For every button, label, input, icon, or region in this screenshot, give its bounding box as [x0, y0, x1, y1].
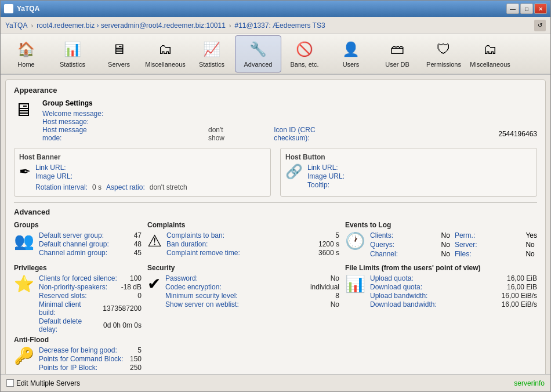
groups-title: Groups	[14, 221, 142, 229]
ban-duration-link[interactable]: Ban duration:	[166, 240, 208, 248]
toolbar-userdb-label: User DB	[385, 61, 409, 68]
banner-link-url[interactable]: Link URL:	[35, 164, 187, 172]
upload-quota-val: 16,00 EiB	[507, 274, 537, 282]
banner-rotation-val: 0 s	[92, 183, 102, 191]
toolbar-statistics1-label: Statistics	[60, 61, 85, 68]
download-quota-link[interactable]: Download quota:	[370, 283, 422, 291]
toolbar-users[interactable]: 👤 Users	[328, 35, 374, 72]
button-link-url[interactable]: Link URL:	[307, 164, 345, 172]
show-weblist-val: No	[331, 300, 339, 308]
app-icon	[4, 4, 13, 13]
button-tooltip[interactable]: Tooltip:	[307, 181, 345, 189]
addr-seg3[interactable]: #11@1337: Æedeemers TS3	[235, 21, 325, 30]
complaints-to-ban-link[interactable]: Complaints to ban:	[166, 231, 224, 239]
file-limits-block: File Limits (from the users' point of vi…	[345, 264, 537, 333]
default-channel-group-link[interactable]: Default channel group:	[39, 240, 109, 248]
host-banner: Host Banner ✒ Link URL: Image URL: Rotat…	[14, 148, 271, 197]
maximize-button[interactable]: □	[520, 3, 533, 14]
file-limits-icon: 📊	[345, 274, 365, 293]
advanced-section: Advanced Groups 👥 Default server group: …	[14, 208, 537, 372]
toolbar-statistics2-label: Statistics	[199, 61, 224, 68]
clients-log-link[interactable]: Clients:	[370, 231, 437, 239]
banner-aspect[interactable]: Aspect ratio:	[106, 183, 145, 191]
misc2-icon: 🗂	[480, 39, 501, 60]
toolbar-bans[interactable]: 🚫 Bans, etc.	[281, 35, 328, 72]
complaints-title: Complaints	[147, 221, 339, 229]
password-link[interactable]: Password:	[165, 274, 198, 282]
points-ip-link[interactable]: Points for IP Block:	[39, 364, 97, 372]
toolbar-advanced[interactable]: 🔧 Advanced	[235, 35, 281, 72]
decrease-val: 5	[137, 346, 142, 354]
close-button[interactable]: ✕	[534, 3, 547, 14]
channel-admin-group-link[interactable]: Channel admin group:	[39, 249, 107, 257]
files-log-link[interactable]: Files:	[455, 250, 521, 258]
host-message-link[interactable]: Host message:	[42, 118, 89, 126]
show-weblist-link[interactable]: Show server on weblist:	[165, 300, 239, 308]
host-message-mode-link[interactable]: Host message mode:	[42, 126, 104, 142]
minimal-client-val: 1373587200	[103, 304, 142, 313]
privileges-title: Privileges	[14, 264, 142, 272]
complaints-to-ban-val: 5	[335, 231, 339, 239]
querys-log-link[interactable]: Querys:	[370, 241, 437, 249]
points-command-link[interactable]: Points for Command Block:	[39, 355, 123, 363]
toolbar-servers-label: Servers	[108, 61, 130, 68]
minimal-client-link[interactable]: Minimal client build:	[39, 300, 98, 317]
toolbar-misc2[interactable]: 🗂 Miscellaneous	[467, 35, 513, 72]
banner-icon: ✒	[19, 164, 31, 180]
points-command-val: 150	[130, 355, 142, 363]
default-delete-link[interactable]: Default delete delay:	[39, 317, 99, 333]
clients-forced-link[interactable]: Clients for forced silence:	[39, 274, 117, 282]
download-quota-val: 16,00 EiB	[507, 283, 537, 291]
main-window: YaTQA — □ ✕ YaTQA › root4.redeemer.biz ›…	[0, 0, 551, 392]
toolbar-userdb[interactable]: 🗃 User DB	[374, 35, 420, 72]
default-channel-val: 48	[134, 240, 142, 248]
toolbar-servers[interactable]: 🖥 Servers	[96, 35, 142, 72]
groups-block: Groups 👥 Default server group: 47 Defaul…	[14, 221, 142, 258]
non-priority-link[interactable]: Non-priority-speakers:	[39, 283, 107, 291]
edit-multiple-checkbox[interactable]	[6, 379, 14, 387]
reserved-slots-link[interactable]: Reserved slots:	[39, 292, 87, 300]
events-title: Events to Log	[345, 221, 537, 229]
host-banner-title: Host Banner	[19, 153, 266, 161]
window-title: YaTQA	[17, 5, 39, 13]
querys-log-val: No	[441, 241, 450, 249]
button-image-url[interactable]: Image URL:	[307, 172, 345, 180]
toolbar-misc2-label: Miscellaneous	[470, 61, 510, 68]
toolbar-misc1[interactable]: 🗂 Miscellaneous	[142, 35, 188, 72]
channel-log-link[interactable]: Channel:	[370, 250, 437, 258]
clients-forced-val: 100	[130, 274, 142, 282]
channel-admin-val: 45	[134, 249, 142, 257]
addr-seg1[interactable]: YaTQA	[5, 21, 27, 30]
default-server-group-link[interactable]: Default server group:	[39, 231, 104, 239]
toolbar-statistics2[interactable]: 📈 Statistics	[188, 35, 235, 72]
default-server-val: 47	[134, 231, 142, 239]
security-icon: ✔	[147, 274, 161, 293]
password-val: No	[331, 274, 339, 282]
perm-log-link[interactable]: Perm.:	[455, 231, 521, 239]
codec-encryption-link[interactable]: Codec encryption:	[165, 283, 222, 291]
welcome-message-link[interactable]: Welcome message:	[42, 110, 103, 118]
addr-seg2[interactable]: root4.redeemer.biz › serveradmin@root4.r…	[37, 21, 226, 30]
advanced-top-grid: Groups 👥 Default server group: 47 Defaul…	[14, 221, 537, 258]
upload-bandwidth-link[interactable]: Upload bandwidth:	[370, 292, 427, 300]
toolbar-bans-label: Bans, etc.	[291, 61, 319, 68]
complaint-remove-link[interactable]: Complaint remove time:	[166, 249, 240, 257]
banner-rotation[interactable]: Rotation interval:	[35, 183, 88, 191]
toolbar-statistics1[interactable]: 📊 Statistics	[49, 35, 96, 72]
non-priority-val: -18 dB	[121, 283, 142, 291]
toolbar-permissions[interactable]: 🛡 Permissions	[420, 35, 467, 72]
serverinfo-label: serverinfo	[514, 379, 545, 387]
download-bandwidth-link[interactable]: Download bandwidth:	[370, 300, 437, 308]
server-log-link[interactable]: Server:	[455, 241, 521, 249]
nav-back-button[interactable]: ↺	[534, 20, 546, 31]
icon-id-label[interactable]: Icon ID (CRC checksum):	[274, 126, 347, 142]
dont-show-value: don't show	[208, 126, 239, 142]
banner-image-url[interactable]: Image URL:	[35, 172, 187, 180]
toolbar-home[interactable]: 🏠 Home	[3, 35, 49, 72]
upload-quota-link[interactable]: Upload quota:	[370, 274, 414, 282]
perm-log-val: Yes	[525, 231, 537, 239]
minimize-button[interactable]: —	[506, 3, 519, 14]
decrease-link[interactable]: Decrease for being good:	[39, 346, 117, 354]
min-security-link[interactable]: Minimum security level:	[165, 292, 238, 300]
groups-icon: 👥	[14, 231, 34, 251]
